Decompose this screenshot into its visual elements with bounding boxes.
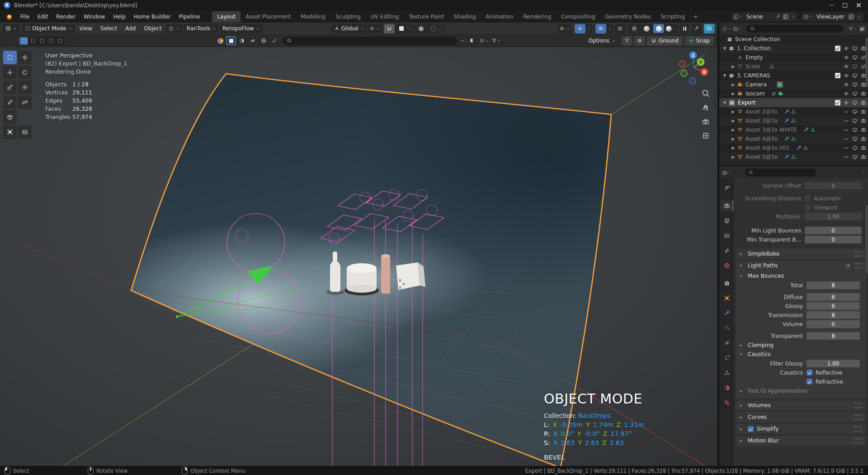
min-light-bounces-field[interactable]: 0 (805, 227, 862, 234)
asset-world-icon[interactable] (259, 36, 269, 45)
monitor-icon[interactable] (852, 73, 858, 78)
tool-scale[interactable] (3, 81, 17, 94)
snap-magnet-toggle[interactable] (384, 24, 395, 33)
properties-options-chevron[interactable] (861, 171, 865, 175)
diffuse-bounces-field[interactable]: 6 (807, 293, 860, 301)
expand-arrow-icon[interactable]: ▶ (731, 128, 736, 132)
total-bounces-field[interactable]: 8 (807, 281, 860, 289)
select-mode-intersect-button[interactable] (56, 37, 64, 45)
props-tab-particles[interactable] (720, 323, 733, 333)
scene-name[interactable]: Scene (745, 14, 774, 20)
tool-add-cube[interactable] (3, 110, 17, 124)
menu-help[interactable]: Help (109, 12, 129, 22)
show-gizmo-toggle[interactable] (575, 24, 585, 33)
navigation-gizmo[interactable]: Z Y X (679, 52, 708, 85)
close-button[interactable] (853, 1, 864, 10)
outliner-row-export[interactable]: ▼ Export (719, 98, 868, 107)
tool-cursor[interactable] (18, 51, 32, 64)
panel-light-paths[interactable]: Light Paths Max Bounces Total 8 Diffuse … (736, 261, 866, 399)
panel-volumes[interactable]: Volumes (736, 400, 866, 410)
asset-meta-icon[interactable] (248, 36, 258, 45)
outliner-row-cameras[interactable]: ▼ 3. CAMERAS (719, 71, 868, 80)
monitor-icon[interactable] (852, 55, 858, 60)
asset-search-input[interactable] (283, 37, 457, 45)
rantools-menu[interactable]: RanTools (184, 24, 219, 33)
monitor-icon[interactable] (852, 118, 858, 124)
outliner-row-asset[interactable]: ▶ Asset 2@3x (719, 107, 868, 116)
eye-icon[interactable] (844, 82, 849, 87)
eye-closed-icon[interactable] (844, 127, 849, 133)
drag-dots-icon[interactable] (854, 438, 862, 443)
delete-scene-icon[interactable] (791, 14, 796, 19)
exclude-checkbox[interactable] (835, 73, 840, 78)
annotate-overlay-button[interactable] (691, 24, 702, 33)
filter-glossy-field[interactable]: 1.00 (807, 360, 860, 367)
tool-extra-1[interactable] (3, 125, 17, 139)
props-tab-collection[interactable] (720, 278, 733, 289)
simplify-checkbox[interactable] (748, 426, 754, 432)
outliner-row-asset[interactable]: ▶ Asset 4@3x (719, 134, 868, 143)
menu-edit[interactable]: Edit (33, 12, 52, 22)
gizmo-neg-x[interactable] (679, 61, 685, 67)
outliner-row-scale[interactable]: ▶ Scale (719, 62, 868, 71)
drag-dots-icon[interactable] (854, 252, 862, 256)
menu-object[interactable]: Object (140, 24, 165, 33)
eye-closed-icon[interactable] (844, 136, 849, 142)
camera-icon[interactable] (861, 127, 866, 133)
camera-icon[interactable] (861, 91, 866, 96)
transmission-bounces-field[interactable]: 8 (807, 311, 860, 319)
tool-move[interactable] (3, 66, 17, 79)
props-tab-physics[interactable] (720, 337, 733, 348)
mode-dropdown[interactable]: Object Mode (22, 24, 75, 33)
expand-arrow-icon[interactable]: ▶ (731, 155, 736, 159)
sample-offset-field[interactable]: 0 (805, 182, 862, 190)
ortho-grid-button[interactable] (703, 133, 708, 138)
tool-annotate[interactable] (3, 95, 17, 109)
tab-texture-paint[interactable]: Texture Paint (404, 11, 448, 22)
eye-icon[interactable] (844, 100, 849, 105)
monitor-icon[interactable] (852, 109, 858, 114)
mode-transfer-dropdown[interactable] (166, 24, 183, 33)
filter-dropdown-icon[interactable] (491, 36, 501, 46)
monitor-icon[interactable] (852, 145, 858, 151)
drag-dots-icon[interactable] (854, 263, 862, 268)
outliner-row-empty[interactable]: Empty (719, 53, 868, 62)
exclude-checkbox[interactable] (835, 100, 840, 105)
outliner-row-asset[interactable]: ▶ Asset 5@3x (719, 152, 868, 162)
props-tab-output[interactable] (720, 215, 733, 226)
shading-wireframe-button[interactable] (629, 24, 640, 33)
refractive-checkbox[interactable] (807, 379, 812, 385)
presets-icon[interactable] (845, 263, 851, 268)
outliner-search-input[interactable] (746, 25, 844, 33)
props-tab-data[interactable] (720, 367, 733, 378)
shading-material-button[interactable] (653, 24, 664, 33)
tab-scripting[interactable]: Scripting (656, 11, 690, 22)
asset-all-icon[interactable] (215, 36, 225, 45)
visibility-dropdown[interactable] (558, 24, 571, 33)
props-tab-texture[interactable] (720, 397, 733, 408)
camera-view-button[interactable] (703, 119, 708, 124)
tool-extra-2[interactable] (18, 125, 32, 139)
props-tab-viewlayer[interactable] (720, 230, 733, 241)
tab-animation[interactable]: Animation (481, 11, 519, 22)
outliner-scrollbar[interactable] (866, 38, 868, 87)
menu-render[interactable]: Render (52, 12, 80, 22)
camera-icon[interactable] (861, 100, 866, 105)
display-mode-icon[interactable] (478, 36, 489, 46)
monitor-off-icon[interactable] (852, 64, 858, 69)
retopoflow-menu[interactable]: RetopoFlow (220, 24, 263, 33)
outliner-display-mode-dropdown[interactable] (722, 26, 731, 32)
expand-arrow-icon[interactable]: ▼ (722, 73, 727, 78)
tab-compositing[interactable]: Compositing (556, 11, 600, 22)
viewlayer-name[interactable]: ViewLayer (815, 14, 846, 20)
outliner-row-isocam[interactable]: ▶ isocam (719, 89, 868, 98)
snap-button[interactable]: Snap (684, 36, 714, 46)
asset-contrast-icon[interactable] (237, 36, 247, 45)
tab-sculpting[interactable]: Sculpting (330, 11, 366, 22)
monitor-icon[interactable] (852, 127, 858, 133)
outliner-row-asset[interactable]: ▶ Asset 4@3x.001 (719, 143, 868, 152)
tab-shading[interactable]: Shading (449, 11, 481, 22)
transform-orientation-dropdown[interactable]: Global (331, 24, 367, 33)
eye-icon[interactable] (844, 64, 849, 69)
pivot-point-dropdown[interactable] (368, 24, 382, 33)
